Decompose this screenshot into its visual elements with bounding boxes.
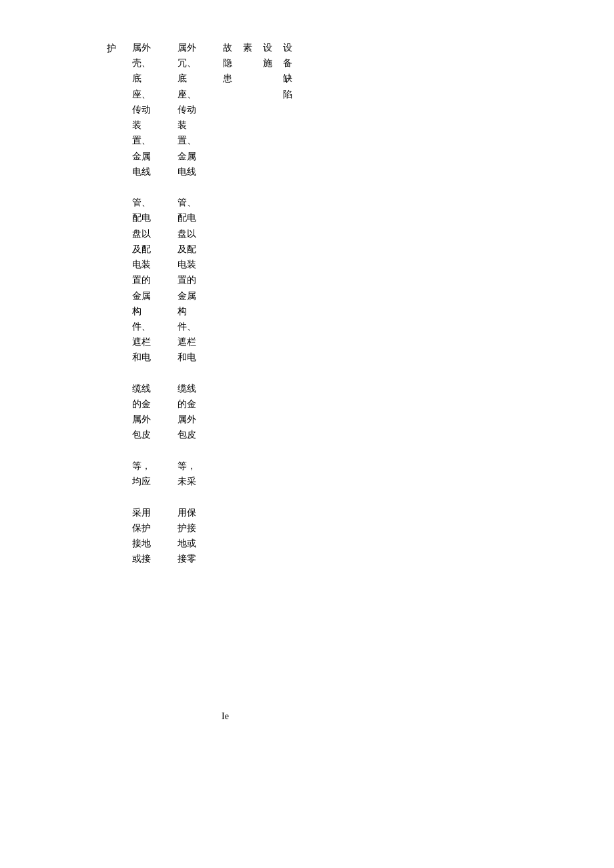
col-6: 设 备 缺 陷 (283, 40, 307, 566)
columns-wrapper: 属外 壳、 底 座、 传动 装 置、 金属 电线 管、 配电 盘以 及配 电装 … (132, 40, 307, 566)
page-content: 护 属外 壳、 底 座、 传动 装 置、 金属 电线 管、 配电 盘以 及配 电… (107, 40, 574, 566)
col3-text: 故 隐 患 (223, 40, 243, 87)
ie-text: Ie (222, 711, 229, 722)
col-hu: 护 (107, 40, 125, 56)
col1-text: 属外 壳、 底 座、 传动 装 置、 金属 电线 管、 配电 盘以 及配 电装 … (132, 40, 175, 566)
col-5: 设 施 (263, 40, 283, 566)
col5-text: 设 施 (263, 40, 283, 71)
col-3: 故 隐 患 (223, 40, 243, 566)
col-1: 属外 壳、 底 座、 传动 装 置、 金属 电线 管、 配电 盘以 及配 电装 … (132, 40, 178, 566)
col4-text: 素 (243, 40, 263, 55)
col-2: 属外 冗、 底 座、 传动 装 置、 金属 电线 管、 配电 盘以 及配 电装 … (178, 40, 223, 566)
table-container: 护 属外 壳、 底 座、 传动 装 置、 金属 电线 管、 配电 盘以 及配 电… (107, 40, 574, 566)
col-4: 素 (243, 40, 263, 566)
col6-text: 设 备 缺 陷 (283, 40, 307, 102)
hu-label: 护 (107, 43, 116, 53)
col2-text: 属外 冗、 底 座、 传动 装 置、 金属 电线 管、 配电 盘以 及配 电装 … (178, 40, 220, 566)
